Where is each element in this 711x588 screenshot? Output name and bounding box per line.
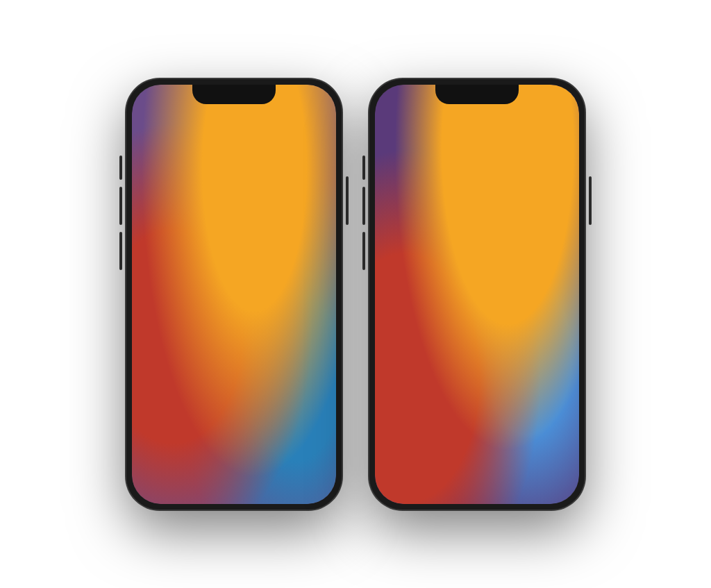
phone-background-1 [132, 85, 336, 504]
phone-screen-1: ✕ 🌙 📘 🏃 🛏 Find Focus in the Day Filter n… [132, 85, 336, 504]
volume-up-button [119, 187, 122, 225]
phone-frame-2: Do Not Disturb ··· Personal On · [369, 79, 585, 510]
mute-button-2 [362, 156, 365, 180]
phone-frame-1: ✕ 🌙 📘 🏃 🛏 Find Focus in the Day Filter n… [126, 79, 342, 510]
phone-1: ✕ 🌙 📘 🏃 🛏 Find Focus in the Day Filter n… [126, 79, 342, 510]
power-button-2 [589, 176, 592, 225]
volume-down-button [119, 232, 122, 270]
volume-up-button-2 [362, 187, 365, 225]
phone-2: Do Not Disturb ··· Personal On · [369, 79, 585, 510]
power-button [346, 176, 349, 225]
mute-button [119, 156, 122, 180]
volume-down-button-2 [362, 232, 365, 270]
phone-screen-2: Do Not Disturb ··· Personal On · [375, 85, 579, 504]
phone-background-2 [375, 85, 579, 504]
